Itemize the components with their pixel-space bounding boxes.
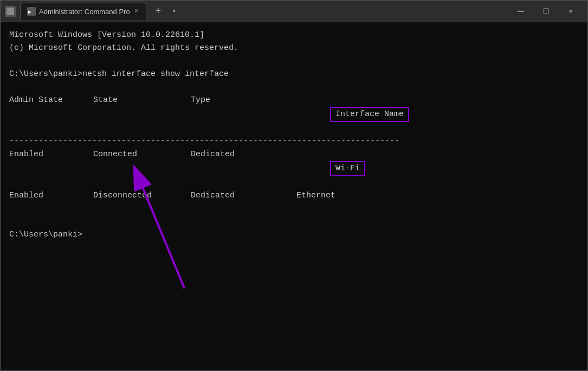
col-header-type: Type xyxy=(191,94,291,135)
row1-name-box: Wi-Fi xyxy=(330,161,365,176)
tab-dropdown-button[interactable]: ▾ xyxy=(170,5,178,17)
blank-line-1 xyxy=(9,55,579,68)
row2-admin: Enabled xyxy=(9,189,93,202)
terminal[interactable]: Microsoft Windows [Version 10.0.22610.1]… xyxy=(1,22,587,370)
minimize-button[interactable]: — xyxy=(508,1,533,22)
table-row-1: Enabled Connected Dedicated Wi-Fi xyxy=(9,148,579,189)
row1-name: Wi-Fi xyxy=(291,148,365,189)
interface-name-header-box: Interface Name xyxy=(330,107,409,122)
blank-line-2 xyxy=(9,81,579,94)
window-icon xyxy=(5,6,16,17)
col-header-name: Interface Name xyxy=(291,94,409,135)
row2-state: Disconnected xyxy=(93,189,191,202)
window: ▶ Administrator: Command Pro × + ▾ — ❐ ×… xyxy=(0,0,588,371)
blank-line-3 xyxy=(9,202,579,215)
tab-title: Administrator: Command Pro xyxy=(39,8,130,16)
row1-state: Connected xyxy=(93,148,191,189)
row2-name: Ethernet xyxy=(291,189,335,202)
new-tab-button[interactable]: + xyxy=(151,4,166,19)
col-header-state: State xyxy=(93,94,191,135)
output-line-1: Microsoft Windows [Version 10.0.22610.1] xyxy=(9,29,579,42)
separator: ----------------------------------------… xyxy=(9,135,579,148)
blank-line-4 xyxy=(9,215,579,228)
command-prompt-2: C:\Users\panki> xyxy=(9,228,579,241)
maximize-button[interactable]: ❐ xyxy=(533,1,558,22)
svg-text:▶: ▶ xyxy=(28,9,31,15)
titlebar-left: ▶ Administrator: Command Pro × + ▾ xyxy=(5,3,508,20)
tab-close-button[interactable]: × xyxy=(133,8,139,15)
command-prompt-1: C:\Users\panki>netsh interface show inte… xyxy=(9,68,579,81)
row1-admin: Enabled xyxy=(9,148,93,189)
table-header: Admin State State Type Interface Name xyxy=(9,94,579,135)
close-button[interactable]: × xyxy=(558,1,583,22)
row2-type: Dedicated xyxy=(191,189,291,202)
output-line-2: (c) Microsoft Corporation. All rights re… xyxy=(9,42,579,55)
titlebar-controls: — ❐ × xyxy=(508,1,583,22)
table-row-2: Enabled Disconnected Dedicated Ethernet xyxy=(9,189,579,202)
terminal-icon: ▶ xyxy=(27,7,36,16)
row1-type: Dedicated xyxy=(191,148,291,189)
active-tab[interactable]: ▶ Administrator: Command Pro × xyxy=(20,3,146,20)
col-header-admin: Admin State xyxy=(9,94,93,135)
titlebar: ▶ Administrator: Command Pro × + ▾ — ❐ × xyxy=(1,1,587,22)
